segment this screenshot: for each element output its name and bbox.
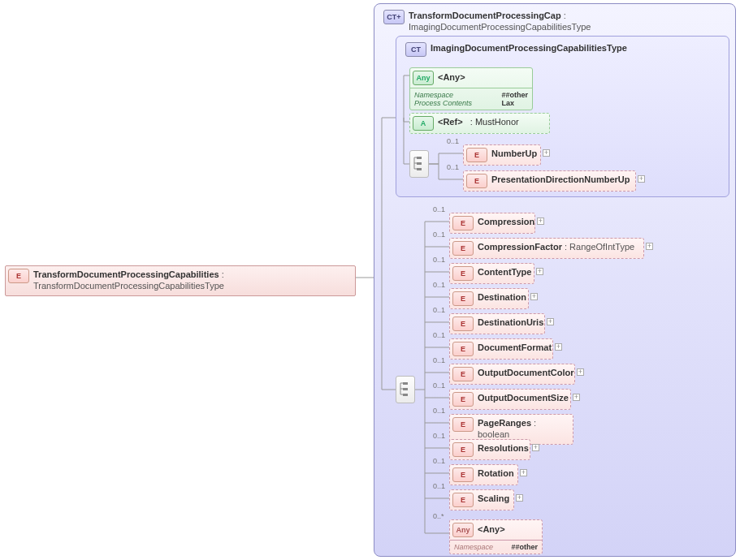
el-label: Rotation: [478, 468, 514, 478]
expand-icon[interactable]: +: [555, 343, 562, 351]
any-top-label: <Any>: [438, 72, 465, 82]
element-icon: E: [466, 148, 487, 162]
cardinality: 0..1: [433, 331, 445, 339]
model-group-sequence-outer[interactable]: [396, 376, 415, 403]
el-label: PresentationDirectionNumberUp: [491, 174, 630, 184]
svg-rect-1: [417, 162, 422, 165]
element-icon: E: [452, 216, 474, 230]
element-icon: E: [452, 467, 474, 482]
root-label: TransformDocumentProcessingCapabilities …: [33, 266, 355, 295]
el-label: NumberUp: [491, 149, 537, 158]
cardinality: 0..1: [433, 457, 445, 465]
element-icon: E: [452, 442, 474, 457]
expand-icon[interactable]: +: [516, 494, 523, 502]
element-documentformat[interactable]: EDocumentFormat: [449, 338, 553, 360]
complextype-ext-icon: CT+: [383, 10, 405, 24]
attribute-icon: A: [413, 116, 434, 131]
cardinality: 0..1: [433, 482, 445, 490]
ns-value: ##other: [501, 91, 528, 99]
any-icon: Any: [413, 71, 434, 85]
svg-rect-7: [403, 382, 408, 385]
any-icon: Any: [452, 523, 474, 537]
expand-icon[interactable]: +: [547, 318, 554, 325]
element-numberup[interactable]: E NumberUp: [463, 144, 541, 166]
element-icon: E: [452, 317, 474, 331]
el-label: CompressionFactor: [478, 242, 562, 252]
outer-ct-title: TransformDocumentProcessingCap : Imaging…: [409, 7, 729, 37]
expand-icon[interactable]: +: [543, 149, 550, 157]
cardinality: 0..1: [433, 381, 445, 390]
any-wildcard-top[interactable]: Any <Any> Namespace Process Contents ##o…: [409, 67, 533, 110]
element-icon: E: [8, 269, 29, 283]
cardinality: 0..1: [447, 137, 459, 145]
ref-label: <Ref> : MustHonor: [438, 114, 549, 131]
element-icon: E: [452, 266, 474, 281]
ns-label: Namespace: [454, 543, 504, 551]
cardinality: 0..1: [447, 163, 459, 171]
el-label: OutputDocumentSize: [478, 393, 569, 403]
inner-ct-title: ImagingDocumentProcessingCapabilitiesTyp…: [431, 40, 722, 58]
svg-rect-9: [403, 394, 408, 396]
element-icon: E: [452, 367, 474, 381]
element-scaling[interactable]: EScaling: [449, 489, 514, 510]
element-icon: E: [452, 493, 474, 507]
el-label: ContentType: [478, 267, 531, 277]
element-icon: E: [452, 241, 474, 256]
cardinality: 0..1: [433, 306, 445, 314]
el-label: PageRanges: [478, 418, 531, 428]
element-destination[interactable]: EDestination: [449, 288, 529, 309]
root-element[interactable]: E TransformDocumentProcessingCapabilitie…: [5, 265, 356, 296]
element-icon: E: [452, 342, 474, 356]
expand-icon[interactable]: +: [638, 175, 645, 183]
cardinality: 0..*: [433, 512, 444, 520]
schema-diagram: E TransformDocumentProcessingCapabilitie…: [0, 0, 740, 560]
svg-rect-2: [417, 168, 422, 170]
expand-icon[interactable]: +: [536, 268, 543, 275]
expand-icon[interactable]: +: [530, 293, 538, 300]
element-outputdocumentsize[interactable]: EOutputDocumentSize: [449, 389, 571, 410]
expand-icon[interactable]: +: [532, 444, 539, 451]
element-compressionfactor[interactable]: ECompressionFactor : RangeOfIntType: [449, 238, 644, 259]
element-icon: E: [452, 291, 474, 306]
pc-value: Lax: [501, 99, 528, 107]
element-icon: E: [452, 417, 474, 432]
cardinality: 0..1: [433, 281, 445, 289]
cardinality: 0..1: [433, 432, 445, 440]
ns-value: ##other: [511, 543, 538, 551]
expand-icon[interactable]: +: [520, 469, 527, 476]
cardinality: 0..1: [433, 230, 445, 239]
attribute-ref[interactable]: A <Ref> : MustHonor: [409, 113, 550, 134]
element-rotation[interactable]: ERotation: [449, 464, 518, 485]
element-outputdocumentcolor[interactable]: EOutputDocumentColor: [449, 364, 575, 385]
complextype-icon: CT: [405, 42, 426, 57]
el-label: Resolutions: [478, 443, 529, 453]
pc-label: Process Contents: [414, 99, 493, 107]
el-label: DestinationUris: [478, 317, 543, 327]
el-label: DocumentFormat: [478, 342, 552, 352]
el-label: Destination: [478, 292, 526, 302]
any-bottom-label: <Any>: [478, 524, 505, 534]
element-resolutions[interactable]: EResolutions: [449, 439, 530, 460]
el-label: OutputDocumentColor: [478, 368, 574, 377]
el-label: Compression: [478, 217, 534, 226]
expand-icon[interactable]: +: [646, 243, 653, 250]
element-contenttype[interactable]: EContentType: [449, 263, 534, 284]
element-compression[interactable]: ECompression: [449, 213, 535, 234]
cardinality: 0..1: [433, 205, 445, 213]
cardinality: 0..1: [433, 356, 445, 364]
element-destinationuris[interactable]: EDestinationUris: [449, 313, 545, 334]
expand-icon[interactable]: +: [573, 394, 580, 401]
el-label: Scaling: [478, 493, 509, 503]
expand-icon[interactable]: +: [537, 218, 544, 225]
ns-label: Namespace: [414, 91, 493, 99]
expand-icon[interactable]: +: [577, 368, 584, 376]
element-presentationdirectionnumberup[interactable]: E PresentationDirectionNumberUp: [463, 170, 636, 192]
element-icon: E: [466, 174, 487, 188]
any-wildcard-bottom[interactable]: Any <Any> Namespace ##other: [449, 519, 543, 554]
svg-rect-8: [403, 388, 408, 390]
cardinality: 0..1: [433, 407, 445, 415]
svg-rect-0: [417, 157, 422, 159]
element-icon: E: [452, 392, 474, 407]
cardinality: 0..1: [433, 256, 445, 264]
model-group-sequence-inner[interactable]: [409, 150, 429, 178]
